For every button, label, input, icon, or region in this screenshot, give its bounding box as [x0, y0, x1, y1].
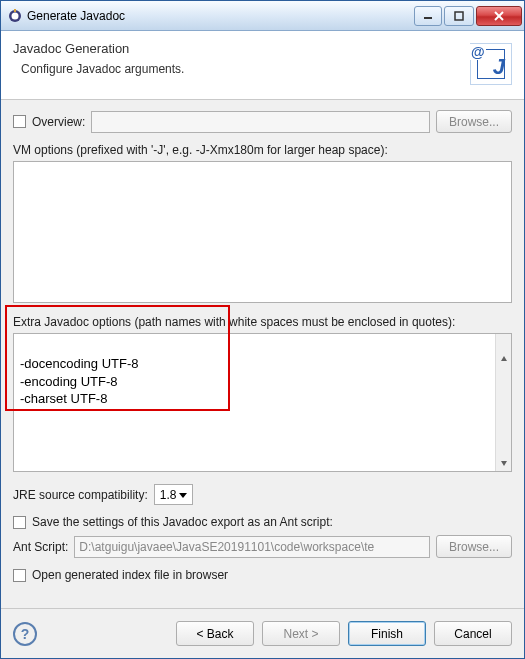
svg-point-1 [12, 12, 19, 19]
scrollbar-vertical[interactable] [495, 334, 511, 472]
ant-script-browse-button[interactable]: Browse... [436, 535, 512, 558]
dialog-body: Overview: Browse... VM options (prefixed… [1, 100, 524, 608]
dialog-window: Generate Javadoc Javadoc Generation Conf… [0, 0, 525, 659]
save-ant-checkbox[interactable] [13, 516, 26, 529]
vm-options-label: VM options (prefixed with '-J', e.g. -J-… [13, 143, 512, 157]
vm-options-input[interactable] [13, 161, 512, 303]
ant-script-input[interactable] [74, 536, 430, 558]
open-index-label: Open generated index file in browser [32, 568, 228, 582]
scroll-up-icon[interactable] [496, 351, 511, 367]
chevron-down-icon [176, 488, 190, 502]
svg-marker-9 [179, 493, 187, 498]
svg-marker-8 [501, 461, 507, 466]
svg-marker-7 [501, 356, 507, 361]
scroll-down-icon[interactable] [496, 455, 511, 471]
dialog-header: Javadoc Generation Configure Javadoc arg… [1, 31, 524, 100]
maximize-button[interactable] [444, 6, 474, 26]
overview-input[interactable] [91, 111, 430, 133]
open-index-checkbox[interactable] [13, 569, 26, 582]
save-ant-label: Save the settings of this Javadoc export… [32, 515, 333, 529]
window-title: Generate Javadoc [27, 9, 412, 23]
close-button[interactable] [476, 6, 522, 26]
page-title: Javadoc Generation [13, 41, 470, 56]
ant-script-label: Ant Script: [13, 540, 68, 554]
jre-label: JRE source compatibility: [13, 488, 148, 502]
dialog-footer: ? < Back Next > Finish Cancel [1, 608, 524, 658]
titlebar[interactable]: Generate Javadoc [1, 1, 524, 31]
jre-select[interactable]: 1.8 [154, 484, 194, 505]
jre-value: 1.8 [160, 488, 177, 502]
extra-options-label: Extra Javadoc options (path names with w… [13, 315, 512, 329]
overview-label: Overview: [32, 115, 85, 129]
javadoc-icon: @J [470, 43, 512, 85]
overview-checkbox[interactable] [13, 115, 26, 128]
finish-button[interactable]: Finish [348, 621, 426, 646]
next-button[interactable]: Next > [262, 621, 340, 646]
help-button[interactable]: ? [13, 622, 37, 646]
back-button[interactable]: < Back [176, 621, 254, 646]
minimize-button[interactable] [414, 6, 442, 26]
svg-rect-4 [455, 12, 463, 20]
page-subtitle: Configure Javadoc arguments. [13, 62, 470, 76]
overview-browse-button[interactable]: Browse... [436, 110, 512, 133]
extra-options-textarea[interactable]: -docencoding UTF-8 -encoding UTF-8 -char… [13, 333, 512, 473]
svg-rect-2 [14, 9, 16, 12]
extra-options-value: -docencoding UTF-8 -encoding UTF-8 -char… [20, 356, 139, 406]
app-icon [7, 8, 23, 24]
cancel-button[interactable]: Cancel [434, 621, 512, 646]
